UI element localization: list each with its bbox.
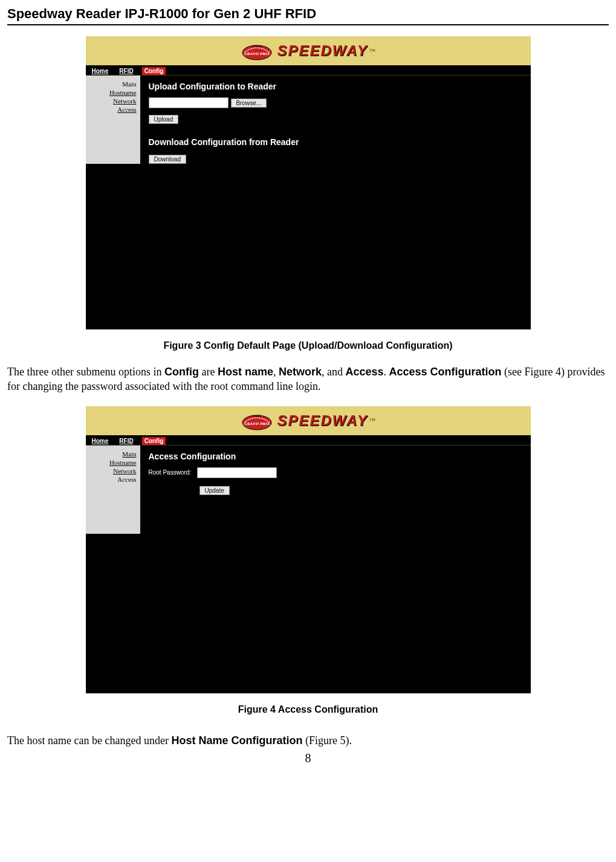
download-button[interactable]: Download (149, 155, 186, 164)
upload-section-title: Upload Configuration to Reader (149, 82, 522, 91)
root-password-input[interactable] (197, 467, 277, 478)
download-section-title: Download Configuration from Reader (149, 137, 522, 147)
main-panel: Access Configuration Root Password: Upda… (140, 446, 531, 693)
svg-text:Impinj: Impinj (253, 44, 261, 48)
page-number: 8 (7, 751, 609, 765)
tab-bar: Home RFID Config (86, 435, 531, 446)
sidebar-item-hostname[interactable]: Hostname (86, 89, 137, 96)
update-button[interactable]: Update (199, 486, 230, 495)
paragraph-1: The three other submenu options in Confi… (7, 365, 609, 394)
svg-text:GRAND PRIX: GRAND PRIX (244, 421, 270, 426)
root-password-label: Root Password: (149, 469, 192, 476)
browse-button[interactable]: Browse... (231, 99, 267, 108)
sidebar: Main Hostname Network Access (86, 446, 140, 534)
sidebar-item-access[interactable]: Access (86, 476, 137, 483)
sidebar-item-hostname[interactable]: Hostname (86, 459, 137, 466)
tab-rfid[interactable]: RFID (117, 437, 135, 445)
sidebar-item-main[interactable]: Main (86, 450, 137, 458)
tab-home[interactable]: Home (89, 67, 111, 75)
grand-prix-badge-icon: Impinj GRAND PRIX (241, 409, 273, 432)
banner: Impinj GRAND PRIX SPEEDWAY ™ (86, 36, 531, 65)
access-config-title: Access Configuration (149, 452, 522, 461)
figure-3-screenshot: Impinj GRAND PRIX SPEEDWAY ™ Home RFID C… (86, 36, 531, 329)
sidebar-item-network[interactable]: Network (86, 467, 137, 475)
speedway-logo-text: SPEEDWAY (277, 42, 368, 59)
figure-3-caption: Figure 3 Config Default Page (Upload/Dow… (7, 340, 609, 351)
tab-rfid[interactable]: RFID (117, 67, 135, 75)
tab-bar: Home RFID Config (86, 65, 531, 76)
grand-prix-badge-icon: Impinj GRAND PRIX (241, 39, 273, 62)
speedway-logo-text: SPEEDWAY (277, 412, 368, 429)
figure-4-screenshot: Impinj GRAND PRIX SPEEDWAY ™ Home RFID C… (86, 406, 531, 693)
paragraph-2: The host name can be changed under Host … (7, 733, 609, 748)
tab-home[interactable]: Home (89, 437, 111, 445)
trademark-symbol: ™ (369, 48, 375, 54)
sidebar: Main Hostname Network Access (86, 76, 140, 164)
svg-text:GRAND PRIX: GRAND PRIX (244, 51, 270, 56)
page-header: Speedway Reader IPJ-R1000 for Gen 2 UHF … (7, 6, 609, 25)
sidebar-item-access[interactable]: Access (86, 106, 137, 113)
banner: Impinj GRAND PRIX SPEEDWAY ™ (86, 406, 531, 435)
upload-button[interactable]: Upload (149, 115, 179, 124)
svg-text:Impinj: Impinj (253, 414, 261, 418)
tab-config[interactable]: Config (142, 437, 166, 445)
tab-config[interactable]: Config (142, 67, 166, 75)
trademark-symbol: ™ (369, 417, 375, 424)
upload-file-input[interactable] (149, 97, 229, 108)
sidebar-item-main[interactable]: Main (86, 80, 137, 88)
sidebar-item-network[interactable]: Network (86, 97, 137, 105)
main-panel: Upload Configuration to Reader Browse...… (140, 76, 531, 329)
figure-4-caption: Figure 4 Access Configuration (7, 704, 609, 715)
